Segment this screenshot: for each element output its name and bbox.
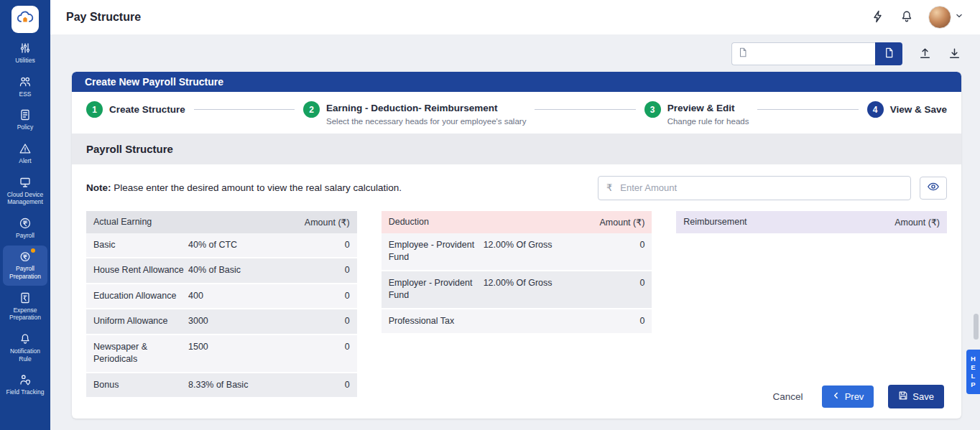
earning-table-header: Actual Earning Amount (₹) xyxy=(86,211,357,233)
earning-header-label: Actual Earning xyxy=(93,217,152,227)
field-tracking-icon xyxy=(19,373,32,386)
sidebar-item-label: Field Tracking xyxy=(6,388,45,396)
deduction-table: Deduction Amount (₹) Employee - Providen… xyxy=(382,211,652,335)
head-amount: 0 xyxy=(314,341,350,354)
step-2-label: Earning - Deduction- Reimbursement xyxy=(326,101,526,114)
sidebar-item-payroll-preparation[interactable]: Payroll Preparation xyxy=(3,246,47,285)
head-name: Employee - Provident Fund xyxy=(389,239,484,264)
head-amount: 0 xyxy=(609,277,644,290)
head-rule: 3000 xyxy=(188,315,314,328)
head-amount: 0 xyxy=(314,264,350,277)
main-area: Pay Structure xyxy=(50,0,980,430)
help-tab[interactable]: HELP xyxy=(966,350,980,394)
ess-icon xyxy=(19,75,32,88)
bell-icon xyxy=(900,9,914,26)
quick-actions-button[interactable] xyxy=(871,9,885,26)
sidebar-item-expense-preparation[interactable]: Expense Preparation xyxy=(3,287,47,327)
section-title: Payroll Structure xyxy=(72,134,961,164)
step-connector xyxy=(757,109,858,110)
structure-search-box xyxy=(731,42,875,65)
head-rule: 40% of CTC xyxy=(188,239,314,252)
sidebar-item-label: Policy xyxy=(17,123,34,131)
deduction-table-body: Employee - Provident Fund12.00% Of Gross… xyxy=(382,233,652,335)
prev-button[interactable]: Prev xyxy=(822,385,874,408)
head-amount: 0 xyxy=(314,290,350,303)
head-rule: 400 xyxy=(188,290,314,303)
step-3-subtitle: Change rule for heads xyxy=(667,117,749,126)
head-rule: 12.00% Of Gross xyxy=(484,239,609,252)
head-name: Newspaper & Periodicals xyxy=(93,341,188,366)
sidebar-item-label: Utilities xyxy=(15,57,34,65)
cloud-device-icon xyxy=(19,176,32,189)
step-connector xyxy=(194,109,295,110)
content-toolbar xyxy=(72,40,961,67)
payroll-wizard-card: Create New Payroll Structure 1 Create St… xyxy=(72,72,961,419)
sidebar-item-ess[interactable]: ESS xyxy=(3,71,47,103)
head-name: Uniform Allowance xyxy=(93,315,188,328)
reimbursement-table: Reimbursement Amount (₹) xyxy=(676,211,947,233)
user-menu[interactable] xyxy=(928,6,964,29)
table-row: Education Allowance4000 xyxy=(86,284,357,310)
notifications-button[interactable] xyxy=(900,9,914,26)
head-amount: 0 xyxy=(314,315,350,328)
deduction-header-label: Deduction xyxy=(389,217,429,227)
sidebar-item-field-tracking[interactable]: Field Tracking xyxy=(3,369,47,401)
expense-preparation-icon xyxy=(19,291,32,304)
utilities-icon xyxy=(19,42,32,55)
chevron-down-icon xyxy=(954,11,964,24)
step-view-save[interactable]: 4 View & Save xyxy=(867,101,947,118)
download-button[interactable] xyxy=(948,46,961,62)
sidebar-item-label: Payroll xyxy=(16,232,34,240)
topbar-actions xyxy=(871,6,964,29)
sidebar-item-label: Expense Preparation xyxy=(4,307,46,322)
earning-amount-header: Amount (₹) xyxy=(305,217,350,228)
sidebar-item-alert[interactable]: Alert xyxy=(3,138,47,170)
step-earning-deduction[interactable]: 2 Earning - Deduction- Reimbursement Sel… xyxy=(303,101,526,126)
sidebar-nav: UtilitiesESSPolicyAlertCloud Device Mana… xyxy=(0,35,50,430)
earning-table-body: Basic40% of CTC0House Rent Allowance40% … xyxy=(86,233,357,399)
reimbursement-header-label: Reimbursement xyxy=(683,217,746,227)
eye-icon xyxy=(927,180,940,195)
sidebar-item-label: Cloud Device Management xyxy=(4,191,46,206)
scrollbar-thumb[interactable] xyxy=(974,314,979,340)
upload-button[interactable] xyxy=(918,46,932,62)
note-row: Note: Please enter the desired amount to… xyxy=(72,164,961,205)
sidebar-item-utilities[interactable]: Utilities xyxy=(3,37,47,70)
save-button[interactable]: Save xyxy=(888,385,944,408)
head-rule: 12.00% Of Gross xyxy=(484,277,609,290)
cancel-button[interactable]: Cancel xyxy=(769,391,808,403)
download-icon xyxy=(948,46,961,62)
amount-input[interactable] xyxy=(619,182,902,194)
sidebar-item-label: Alert xyxy=(19,157,31,165)
structure-list-button[interactable] xyxy=(875,42,902,65)
chevron-left-icon xyxy=(832,391,841,402)
reimbursement-amount-header: Amount (₹) xyxy=(895,217,940,228)
table-row: Employer - Provident Fund12.00% Of Gross… xyxy=(382,271,652,309)
step-preview-edit[interactable]: 3 Preview & Edit Change rule for heads xyxy=(644,101,749,126)
payroll-icon xyxy=(19,217,32,230)
search-input[interactable] xyxy=(752,48,869,60)
sidebar-item-notification-rule[interactable]: Notification Rule xyxy=(3,328,47,368)
head-name: Employer - Provident Fund xyxy=(389,277,484,302)
rupee-icon: ₹ xyxy=(606,182,612,193)
table-row: Newspaper & Periodicals15000 xyxy=(86,335,357,373)
head-rule: 40% of Basic xyxy=(188,264,314,277)
table-row: Basic40% of CTC0 xyxy=(86,233,357,259)
policy-icon xyxy=(19,108,32,121)
earning-table: Actual Earning Amount (₹) Basic40% of CT… xyxy=(86,211,357,399)
card-footer: Cancel Prev xyxy=(72,376,961,419)
note-label: Note: xyxy=(86,182,111,193)
app-logo[interactable] xyxy=(11,6,39,33)
preview-salary-button[interactable] xyxy=(920,177,947,200)
sidebar-item-cloud-device-management[interactable]: Cloud Device Management xyxy=(3,172,47,211)
salary-tables: Actual Earning Amount (₹) Basic40% of CT… xyxy=(72,205,961,376)
document-icon xyxy=(738,47,748,60)
sidebar-item-payroll[interactable]: Payroll xyxy=(3,212,47,245)
topbar: Pay Structure xyxy=(50,0,980,34)
step-create-structure[interactable]: 1 Create Structure xyxy=(86,101,185,118)
step-3-circle: 3 xyxy=(644,101,661,118)
table-row: House Rent Allowance40% of Basic0 xyxy=(86,258,357,284)
deduction-table-header: Deduction Amount (₹) xyxy=(382,211,652,233)
sidebar-item-policy[interactable]: Policy xyxy=(3,104,47,136)
step-2-subtitle: Select the necessary heads for your empl… xyxy=(326,117,526,126)
